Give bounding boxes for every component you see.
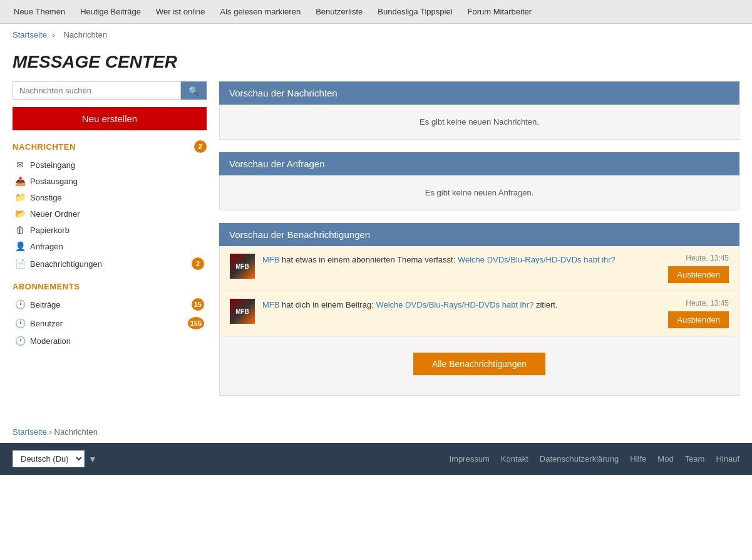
clock-icon-moderation: 🕐: [15, 336, 25, 346]
benachrichtigungen-badge: 2: [192, 257, 204, 270]
notification-topic-link-1[interactable]: Welche DVDs/Blu-Rays/HD-DVDs habt ihr?: [458, 255, 616, 264]
breadcrumb: Startseite › Nachrichten: [0, 24, 752, 46]
content-area: Vorschau der Nachrichten Es gibt keine n…: [219, 81, 739, 408]
doc-icon: 📄: [15, 259, 25, 269]
nachrichten-section-title: NACHRICHTEN 2: [13, 140, 207, 153]
footer-breadcrumb-current: Nachrichten: [54, 427, 98, 437]
notification-right-1: Heute, 13:45 Ausblenden: [668, 254, 729, 283]
anfragen-panel-header: Vorschau der Anfragen: [219, 152, 739, 175]
footer-link-mod[interactable]: Mod: [657, 454, 673, 464]
anfragen-panel: Vorschau der Anfragen Es gibt keine neue…: [219, 152, 739, 210]
sidebar-item-posteingang[interactable]: ✉ Posteingang: [13, 157, 207, 173]
footer-link-hinauf[interactable]: Hinauf: [716, 454, 739, 464]
footer-bar: Deutsch (Du) ▼ Impressum Kontakt Datensc…: [0, 443, 752, 475]
sidebar-item-benutzer[interactable]: 🕐 Benutzer 155: [13, 314, 207, 333]
breadcrumb-current: Nachrichten: [64, 30, 107, 39]
clock-icon-beitraege: 🕐: [15, 299, 25, 309]
all-notifications-wrapper: Alle Benachrichtigungen: [220, 336, 739, 395]
abonnements-section-title: ABONNEMENTS: [13, 282, 207, 291]
notification-text-2: MFB hat dich in einem Beitrag: Welche DV…: [262, 299, 661, 311]
hide-button-1[interactable]: Ausblenden: [668, 266, 729, 283]
benachrichtigungen-panel-header: Vorschau der Benachrichtigungen: [219, 223, 739, 246]
trash-icon: 🗑: [15, 225, 25, 235]
nav-forum-mitarbeiter[interactable]: Forum Mitarbeiter: [460, 0, 540, 24]
notification-text-1: MFB hat etwas in einem abonnierten Thema…: [262, 254, 661, 266]
notification-time-1: Heute, 13:45: [686, 254, 729, 262]
footer-link-impressum[interactable]: Impressum: [449, 454, 489, 464]
hide-button-2[interactable]: Ausblenden: [668, 311, 729, 328]
nachrichten-panel-body: Es gibt keine neuen Nachrichten.: [219, 105, 739, 140]
notification-item-2: MFB MFB hat dich in einem Beitrag: Welch…: [220, 291, 739, 336]
sidebar-item-moderation[interactable]: 🕐 Moderation: [13, 333, 207, 349]
main-content: 🔍 Neu erstellen NACHRICHTEN 2 ✉ Posteing…: [0, 75, 752, 421]
user-icon: 👤: [15, 241, 25, 251]
footer-breadcrumb-sep: ›: [49, 427, 52, 437]
avatar-img-2: MFB: [230, 299, 255, 324]
nav-bundesliga[interactable]: Bundesliga Tippspiel: [370, 0, 460, 24]
notification-user-link-2[interactable]: MFB: [262, 300, 279, 309]
sidebar-item-papierkorb[interactable]: 🗑 Papierkorb: [13, 222, 207, 238]
clock-icon-benutzer: 🕐: [15, 318, 25, 328]
page-title: MESSAGE CENTER: [0, 46, 752, 75]
sidebar-item-anfragen[interactable]: 👤 Anfragen: [13, 238, 207, 254]
sidebar-item-neuer-ordner[interactable]: 📂 Neuer Ordner: [13, 205, 207, 222]
footer-link-kontakt[interactable]: Kontakt: [501, 454, 528, 464]
avatar-img-1: MFB: [230, 254, 255, 279]
nav-neue-themen[interactable]: Neue Themen: [6, 0, 73, 24]
search-input[interactable]: [13, 81, 181, 100]
breadcrumb-separator: ›: [53, 30, 55, 39]
new-message-button[interactable]: Neu erstellen: [13, 107, 207, 130]
notification-right-2: Heute, 13:45 Ausblenden: [668, 299, 729, 328]
sidebar-item-sonstige[interactable]: 📁 Sonstige: [13, 189, 207, 205]
sidebar-item-beitraege[interactable]: 🕐 Beiträge 15: [13, 295, 207, 314]
notification-user-link-1[interactable]: MFB: [262, 255, 279, 264]
language-select[interactable]: Deutsch (Du): [13, 450, 85, 467]
new-folder-icon: 📂: [15, 209, 25, 219]
outbox-icon: 📤: [15, 176, 25, 186]
nachrichten-badge: 2: [194, 140, 207, 153]
benutzer-badge: 155: [188, 317, 204, 329]
footer-breadcrumb-home[interactable]: Startseite: [13, 427, 47, 437]
nav-als-gelesen[interactable]: Als gelesen markieren: [213, 0, 309, 24]
sidebar-item-benachrichtigungen[interactable]: 📄 Benachrichtigungen 2: [13, 254, 207, 273]
benachrichtigungen-panel: Vorschau der Benachrichtigungen MFB MFB …: [219, 223, 739, 396]
notification-content-2: MFB hat dich in einem Beitrag: Welche DV…: [262, 299, 661, 311]
nav-heutige-beitraege[interactable]: Heutige Beiträge: [73, 0, 148, 24]
footer-breadcrumb: Startseite › Nachrichten: [0, 421, 752, 443]
benachrichtigungen-panel-body: MFB MFB hat etwas in einem abonnierten T…: [219, 246, 739, 396]
footer-lang: Deutsch (Du) ▼: [13, 450, 97, 467]
anfragen-panel-body: Es gibt keine neuen Anfragen.: [219, 175, 739, 210]
nav-wer-ist-online[interactable]: Wer ist online: [148, 0, 213, 24]
footer-link-hilfe[interactable]: Hilfe: [630, 454, 646, 464]
sidebar-item-postausgang[interactable]: 📤 Postausgang: [13, 173, 207, 189]
footer-links: Impressum Kontakt Datenschutzerklärung H…: [449, 454, 739, 464]
avatar-2: MFB: [230, 299, 255, 324]
all-notifications-button[interactable]: Alle Benachrichtigungen: [413, 353, 545, 375]
avatar-1: MFB: [230, 254, 255, 279]
notification-topic-link-2[interactable]: Welche DVDs/Blu-Rays/HD-DVDs habt ihr?: [376, 300, 533, 309]
notification-content-1: MFB hat etwas in einem abonnierten Thema…: [262, 254, 661, 266]
nachrichten-panel-header: Vorschau der Nachrichten: [219, 81, 739, 105]
inbox-icon: ✉: [15, 160, 25, 170]
folder-icon: 📁: [15, 192, 25, 202]
nav-benutzerliste[interactable]: Benutzerliste: [308, 0, 370, 24]
search-box: 🔍: [13, 81, 207, 100]
sidebar: 🔍 Neu erstellen NACHRICHTEN 2 ✉ Posteing…: [13, 81, 207, 408]
nachrichten-panel: Vorschau der Nachrichten Es gibt keine n…: [219, 81, 739, 140]
notification-item-1: MFB MFB hat etwas in einem abonnierten T…: [220, 246, 739, 291]
footer-link-datenschutz[interactable]: Datenschutzerklärung: [540, 454, 619, 464]
notification-time-2: Heute, 13:45: [686, 299, 729, 308]
search-button[interactable]: 🔍: [181, 81, 207, 100]
beitraege-badge: 15: [192, 298, 204, 311]
chevron-down-icon: ▼: [88, 454, 97, 464]
top-navigation: Neue Themen Heutige Beiträge Wer ist onl…: [0, 0, 752, 24]
footer-link-team[interactable]: Team: [685, 454, 705, 464]
breadcrumb-home[interactable]: Startseite: [13, 30, 47, 39]
